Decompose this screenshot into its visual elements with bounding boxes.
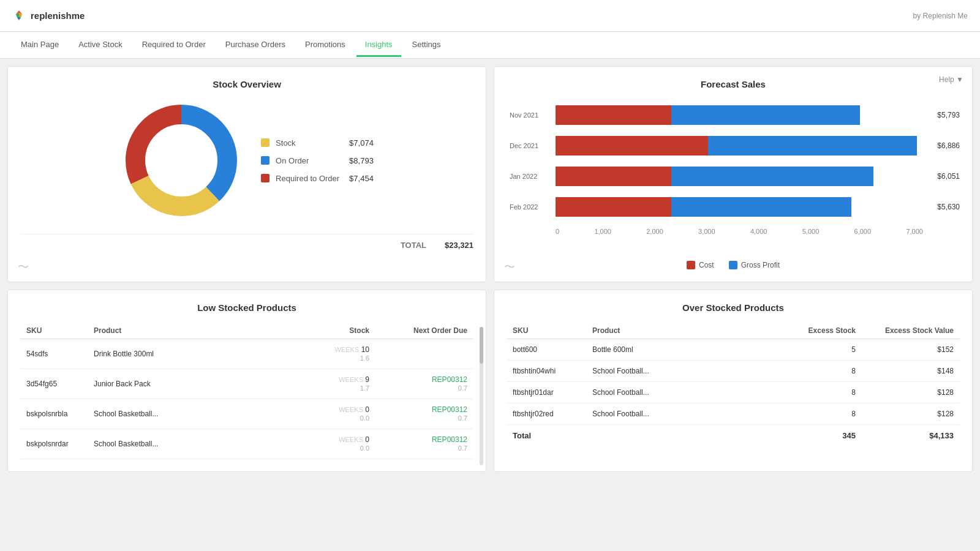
x-axis-label: 2,000 [646,228,663,235]
cell-sku: bskpolsnrbla [26,410,94,418]
cell-next-order: REP003120.7 [369,375,467,392]
nav-settings[interactable]: Settings [404,34,450,57]
legend-color-gross-profit [729,261,737,269]
stock-qty: 10 [361,345,369,354]
cell-stock: WEEKS 0 0.0 [271,435,369,452]
stock-weeks: 1.7 [360,384,369,392]
cell-sku: bott600 [513,345,592,354]
bar-row: Nov 2021 $5,793 [556,105,923,125]
order-ref[interactable]: REP00312 [432,405,467,414]
cell-sku: 54sdfs [26,350,94,358]
cell-sku: ftbshtjr02red [513,410,592,418]
cell-sku: ftbshtjr01dar [513,388,592,397]
over-col-product: Product [592,326,758,335]
table-row: ftbshtin04whi School Football... 8 $148 [507,361,960,382]
legend-value-on-order: $8,793 [349,156,374,165]
legend-gross-profit: Gross Profit [729,261,780,269]
bar-cost [556,197,671,217]
bar-row: Dec 2021 $6,886 [556,136,923,156]
total-excess-value: $4,133 [856,431,954,440]
order-sub: 0.7 [458,414,467,422]
total-sku: Total [513,431,592,440]
bar-label: Jan 2022 [510,173,537,180]
weeks-label: WEEKS [339,436,363,443]
order-sub: 0.7 [458,444,467,452]
bar-profit [671,105,860,125]
cell-product: School Football... [592,410,758,418]
stock-qty: 0 [365,405,369,414]
legend-color-required [261,174,270,182]
total-row: TOTAL $23,321 [20,234,473,250]
table-row: ftbshtjr02red School Football... 8 $128 [507,403,960,425]
legend-stock: Stock $7,074 [261,138,374,148]
nav-active-stock[interactable]: Active Stock [70,34,131,57]
table-row: bskpolsnrbla School Basketball... WEEKS … [20,399,473,429]
col-stock: Stock [271,326,369,335]
total-value: $23,321 [445,241,473,250]
stock-weeks: 0.0 [360,444,369,452]
cell-sku: bskpolsnrdar [26,440,94,448]
nav-required-to-order[interactable]: Required to Order [134,34,214,57]
x-axis-label: 1,000 [594,228,611,235]
cell-excess-stock: 8 [758,367,856,375]
cell-product: School Basketball... [94,410,271,418]
bar-label: Feb 2022 [510,203,538,211]
bar-profit [671,167,873,186]
total-label: TOTAL [401,241,426,250]
topbar: replenishme by Replenish Me [0,0,980,32]
legend-color-on-order [261,156,270,165]
legend-label-gross-profit: Gross Profit [741,261,780,269]
nav-main-page[interactable]: Main Page [12,34,67,57]
navbar: Main Page Active Stock Required to Order… [0,32,980,59]
cell-stock: WEEKS 10 1.6 [271,345,369,362]
nav-purchase-orders[interactable]: Purchase Orders [217,34,294,57]
stock-qty: 9 [365,375,369,384]
bar-value: $6,886 [937,141,960,150]
legend-color-cost [687,261,695,269]
cell-excess-value: $152 [856,345,954,354]
nav-insights[interactable]: Insights [356,34,401,57]
scrollbar[interactable] [480,327,483,465]
legend-value-stock: $7,074 [349,138,374,148]
legend-label-required: Required to Order [276,174,343,183]
order-ref[interactable]: REP00312 [432,375,467,384]
x-axis-label: 3,000 [698,228,715,235]
cell-product: School Football... [592,388,758,397]
low-stocked-card: Low Stocked Products SKU Product Stock N… [7,290,486,472]
legend-label-stock: Stock [276,138,343,148]
main-content: Stock Overview Stock $7,074 [0,59,980,479]
x-axis-label: 6,000 [854,228,872,235]
bar-value: $5,793 [937,111,960,119]
stock-overview-inner: Stock $7,074 On Order $8,793 Required to… [20,99,473,222]
bar-container [556,105,923,125]
forecast-sales-card: Forecast Sales Help ▼ Nov 2021 $5,793 De… [494,66,973,282]
wave-icon-forecast: 〜 [504,260,515,274]
low-stocked-title: Low Stocked Products [20,302,473,313]
legend-on-order: On Order $8,793 [261,156,374,165]
legend-cost: Cost [687,261,714,269]
bar-profit [708,136,918,156]
nav-promotions[interactable]: Promotions [296,34,354,57]
bar-container [556,136,923,156]
weeks-label: WEEKS [339,376,363,383]
logo-area: replenishme [12,9,85,23]
order-sub: 0.7 [458,384,467,392]
legend-area: Stock $7,074 On Order $8,793 Required to… [261,138,374,183]
bar-profit [671,197,851,217]
col-sku: SKU [26,326,94,335]
cell-excess-stock: 5 [758,345,856,354]
order-ref[interactable]: REP00312 [432,435,467,444]
bar-chart: Nov 2021 $5,793 Dec 2021 $6,886 Jan 2022… [507,99,960,253]
weeks-label: WEEKS [339,406,363,413]
help-button[interactable]: Help ▼ [939,75,963,84]
forecast-title: Forecast Sales [507,79,960,89]
stock-overview-card: Stock Overview Stock $7,074 [7,66,486,282]
cell-next-order: REP003120.7 [369,435,467,452]
app-name: replenishme [31,10,85,21]
cell-product: Bottle 600ml [592,345,758,354]
cell-product: School Football... [592,367,758,375]
chart-legend: Cost Gross Profit [507,261,960,269]
cell-excess-value: $148 [856,367,954,375]
logo-icon [12,9,26,23]
low-stocked-header: SKU Product Stock Next Order Due [20,323,473,339]
